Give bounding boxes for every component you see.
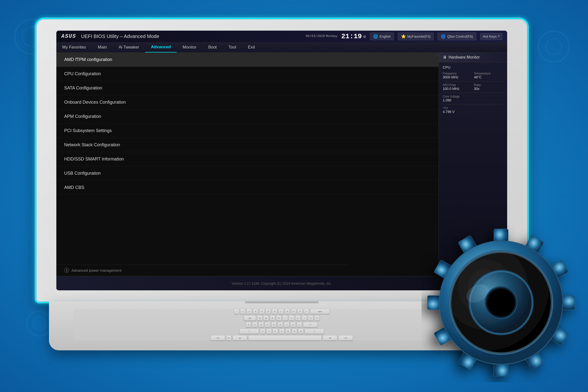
key-row-4: ⇧ Z X C V B N M ⇧	[78, 328, 485, 334]
key-g[interactable]: G	[271, 322, 276, 327]
datetime-block: 08/03/2020 Monday	[306, 34, 337, 38]
key-ctrl-left[interactable]: ctrl	[210, 335, 225, 340]
ezmode-btn[interactable]: EzMode(F7)	[482, 282, 501, 286]
key-3[interactable]: 3	[253, 309, 258, 314]
key-alt-right[interactable]: alt	[323, 335, 337, 340]
key-8[interactable]: 8	[285, 309, 290, 314]
nav-advanced[interactable]: Advanced	[145, 42, 177, 52]
key-t[interactable]: T	[282, 315, 288, 321]
key-c[interactable]: C	[273, 328, 278, 334]
key-h[interactable]: H	[278, 322, 283, 327]
key-row-3: A S D F G H J K L ↵	[78, 322, 485, 327]
key-0[interactable]: 0	[298, 309, 303, 314]
menu-sata-config[interactable]: SATA Configuration	[56, 81, 438, 95]
key-k[interactable]: K	[290, 322, 296, 327]
key-x[interactable]: X	[266, 328, 272, 334]
key-b[interactable]: B	[286, 328, 291, 334]
myfavorite-button[interactable]: ⭐ MyFavorite(F3)	[398, 32, 434, 40]
key-o[interactable]: O	[308, 315, 313, 321]
info-text: Advanced power management	[72, 268, 121, 272]
menu-hdd-ssd[interactable]: HDD/SSD SMART Information	[56, 152, 438, 166]
cpu-section-title: CPU	[443, 65, 503, 69]
cpu-freq-label: Frequency	[443, 72, 472, 75]
apu-stats-grid: APU Freq 100.0 MHz Ratio 30x	[443, 83, 503, 91]
bios-nav: My Favorites Main Ai Tweaker Advanced Mo…	[56, 42, 507, 53]
key-plus[interactable]: +	[304, 309, 309, 314]
bios-body: AMD fTPM configuration CPU Configuration…	[56, 53, 507, 284]
key-v[interactable]: V	[279, 328, 284, 334]
laptop-base: - 1 2 3 4 5 6 7 8 9 0 + back tab Q W E R	[49, 301, 514, 350]
laptop: ASUS UEFI BIOS Utility – Advanced Mode 0…	[37, 20, 551, 362]
key-d[interactable]: D	[258, 322, 264, 327]
key-fn[interactable]: fn	[226, 335, 232, 340]
key-5[interactable]: 5	[266, 309, 271, 314]
menu-apm[interactable]: APM Configuration	[56, 110, 438, 124]
bios-title: UEFI BIOS Utility – Advanced Mode	[81, 34, 159, 39]
key-s[interactable]: S	[252, 322, 258, 327]
hotkeys-button[interactable]: Hot Keys ?	[480, 33, 502, 40]
key-i[interactable]: I	[302, 315, 307, 321]
key-shift-right[interactable]: ⇧	[304, 328, 324, 334]
key-enter[interactable]: ↵	[303, 322, 318, 327]
core-voltage-item: Core Voltage 1.090	[443, 95, 503, 102]
nav-tool[interactable]: Tool	[223, 42, 242, 52]
menu-network[interactable]: Network Stack Configuration	[56, 138, 438, 152]
globe-icon: 🌐	[373, 34, 378, 39]
nav-exit[interactable]: Exit	[242, 42, 261, 52]
key-f[interactable]: F	[265, 322, 270, 327]
nav-ai-tweaker[interactable]: Ai Tweaker	[113, 42, 145, 52]
nav-my-favorites[interactable]: My Favorites	[56, 42, 92, 52]
key-y[interactable]: Y	[289, 315, 294, 321]
qfan-button[interactable]: 🌀 Qfan Control(F6)	[438, 32, 476, 40]
time-display: 21:19 ⚙	[341, 32, 366, 40]
key-e[interactable]: E	[270, 315, 275, 321]
cpu-freq-value: 3000 MHz	[443, 75, 472, 79]
info-bar: ℹ Advanced power management	[56, 264, 349, 276]
key-tab[interactable]: tab	[244, 315, 256, 321]
key-9[interactable]: 9	[291, 309, 296, 314]
key-j[interactable]: J	[284, 322, 289, 327]
last-modified-btn[interactable]: Last Modified	[445, 282, 465, 286]
5v-value: 4.796 V	[443, 110, 503, 114]
key-shift-left[interactable]: ⇧	[239, 328, 259, 334]
hotkeys-label: Hot Keys ?	[483, 34, 500, 38]
5v-item: +5V 4.796 V	[443, 106, 503, 114]
key-7[interactable]: 7	[278, 309, 284, 314]
language-button[interactable]: 🌐 English	[370, 32, 394, 40]
key-6[interactable]: 6	[272, 309, 277, 314]
menu-amd-ftpm[interactable]: AMD fTPM configuration	[56, 53, 438, 67]
key-2[interactable]: 2	[246, 309, 252, 314]
nav-main[interactable]: Main	[92, 42, 113, 52]
key-row-5: ctrl fn alt alt ctrl	[78, 335, 485, 340]
key-n[interactable]: N	[292, 328, 297, 334]
menu-usb[interactable]: USB Configuration	[56, 166, 438, 180]
key-p[interactable]: P	[314, 315, 320, 321]
menu-pci[interactable]: PCI Subsystem Settings	[56, 124, 438, 138]
key-ctrl-right[interactable]: ctrl	[338, 335, 353, 340]
key-z[interactable]: Z	[260, 328, 265, 334]
key-alt-left[interactable]: alt	[232, 335, 247, 340]
key-r[interactable]: R	[276, 315, 282, 321]
key-backspace[interactable]: back	[310, 309, 330, 314]
key-minus[interactable]: -	[234, 309, 239, 314]
key-w[interactable]: W	[264, 315, 269, 321]
key-l[interactable]: L	[297, 322, 302, 327]
key-q[interactable]: Q	[257, 315, 262, 321]
key-4[interactable]: 4	[259, 309, 264, 314]
menu-amd-cbs[interactable]: AMD CBS	[56, 180, 438, 195]
key-m[interactable]: M	[298, 328, 304, 334]
keyboard-area: - 1 2 3 4 5 6 7 8 9 0 + back tab Q W E R	[74, 309, 490, 340]
nav-boot[interactable]: Boot	[202, 42, 223, 52]
nav-monitor[interactable]: Monitor	[177, 42, 202, 52]
hw-divider-2	[443, 92, 503, 93]
key-a[interactable]: A	[246, 322, 251, 327]
apu-freq-item: APU Freq 100.0 MHz	[443, 83, 472, 91]
menu-cpu-config[interactable]: CPU Configuration	[56, 67, 438, 81]
key-space[interactable]	[248, 335, 322, 340]
cpu-stats-grid: Frequency 3000 MHz Temperature 46°C	[443, 72, 503, 79]
bios-title-bar: ASUS UEFI BIOS Utility – Advanced Mode 0…	[56, 30, 507, 42]
bios-footer: Version 2.17.1246. Copyright (C) 2019 Am…	[56, 276, 507, 290]
menu-onboard[interactable]: Onboard Devices Configuration	[56, 95, 438, 110]
key-u[interactable]: U	[295, 315, 300, 321]
key-1[interactable]: 1	[240, 309, 246, 314]
